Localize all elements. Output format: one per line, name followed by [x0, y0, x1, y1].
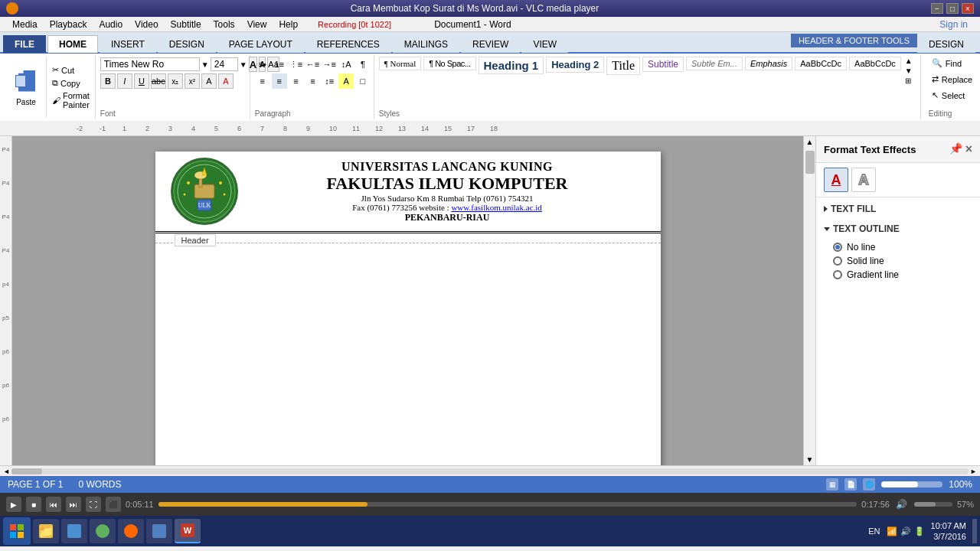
tray-datetime[interactable]: 10:07 AM 3/7/2016: [931, 520, 966, 543]
find-button[interactable]: 🔍 Find: [929, 57, 978, 70]
text-highlight-btn[interactable]: A: [201, 73, 217, 89]
justify-btn[interactable]: ≡: [305, 73, 320, 89]
vlc-next-btn[interactable]: ⏭: [66, 497, 81, 512]
menu-audio[interactable]: Audio: [93, 18, 129, 31]
tab-mailings[interactable]: MAILINGS: [393, 35, 459, 53]
menu-video[interactable]: Video: [129, 18, 164, 31]
tab-references[interactable]: REFERENCES: [305, 35, 391, 53]
scroll-right-btn[interactable]: ►: [970, 468, 977, 475]
styles-more[interactable]: ⊞: [905, 77, 917, 85]
style-emphasis[interactable]: Emphasis: [745, 57, 792, 70]
menu-help[interactable]: Help: [273, 18, 304, 31]
menu-tools[interactable]: Tools: [207, 18, 241, 31]
maximize-btn[interactable]: □: [946, 3, 959, 14]
scrollbar-horizontal[interactable]: ◄ ►: [0, 465, 980, 476]
decrease-indent-btn[interactable]: ←≡: [305, 57, 320, 72]
underline-button[interactable]: U: [134, 73, 149, 89]
subscript-button[interactable]: x₂: [168, 73, 183, 89]
tab-review[interactable]: REVIEW: [461, 35, 520, 53]
start-button[interactable]: [3, 517, 31, 545]
cut-button[interactable]: ✂ Cut: [50, 64, 92, 76]
styles-scroll-down[interactable]: ▼: [905, 67, 917, 75]
text-effect-icon-btn[interactable]: A: [851, 168, 876, 192]
bullets-btn[interactable]: ≡•: [255, 57, 270, 72]
scroll-right[interactable]: ▲ ▼: [803, 136, 815, 465]
vlc-ext-btn[interactable]: ⬛: [106, 497, 121, 512]
tray-icons[interactable]: 📶 🔊 🔋: [887, 527, 925, 536]
tab-view[interactable]: VIEW: [521, 35, 568, 53]
vlc-volume-icon[interactable]: 🔊: [894, 497, 910, 512]
text-fill-icon-btn[interactable]: A: [824, 168, 848, 192]
outline-gradient-line[interactable]: Gradient line: [833, 268, 963, 282]
document-page[interactable]: ULK UNIVERSITAS LANCANG KUNING FAKULTAS …: [155, 152, 661, 465]
replace-button[interactable]: ⇄ Replace: [929, 73, 978, 86]
format-panel-pin[interactable]: 📌: [949, 142, 962, 156]
strikethrough-button[interactable]: abc: [151, 73, 166, 89]
sign-in-btn[interactable]: Sign in: [933, 18, 974, 31]
style-no-spacing[interactable]: ¶ No Spac...: [423, 57, 475, 70]
view-normal-btn[interactable]: ▦: [826, 478, 838, 491]
multilevel-btn[interactable]: ⋮≡: [289, 57, 304, 72]
gradient-line-radio[interactable]: [833, 270, 842, 279]
close-btn[interactable]: ×: [962, 3, 974, 14]
scroll-thumb-h[interactable]: [11, 468, 42, 474]
style-heading2[interactable]: Heading 2: [546, 57, 604, 73]
font-size-dropdown-icon[interactable]: ▼: [240, 60, 247, 69]
align-right-btn[interactable]: ≡: [289, 73, 304, 89]
vlc-stop-btn[interactable]: ■: [26, 497, 41, 512]
font-color-btn[interactable]: A: [218, 73, 234, 89]
styles-scroll-up[interactable]: ▲: [905, 57, 917, 65]
style-extra1[interactable]: AaBbCcDc: [795, 57, 847, 70]
show-desktop-btn[interactable]: [972, 519, 977, 543]
taskbar-item-explorer[interactable]: 📁: [33, 519, 59, 543]
scroll-left-btn[interactable]: ◄: [3, 468, 10, 475]
italic-button[interactable]: I: [117, 73, 132, 89]
menu-playback[interactable]: Playback: [44, 18, 93, 31]
view-reading-btn[interactable]: 📄: [844, 478, 857, 491]
show-hide-btn[interactable]: ¶: [355, 57, 371, 72]
menu-media[interactable]: Media: [6, 18, 44, 31]
bold-button[interactable]: B: [100, 73, 116, 89]
style-extra2[interactable]: AaBbCcDc: [849, 57, 901, 70]
scroll-thumb[interactable]: [805, 151, 815, 174]
tab-design-hf[interactable]: DESIGN: [917, 35, 975, 53]
format-painter-button[interactable]: 🖌 Format Painter: [50, 90, 92, 110]
border-btn[interactable]: □: [355, 73, 371, 89]
vlc-progress-bar[interactable]: [158, 502, 858, 507]
scroll-up-btn[interactable]: ▲: [805, 136, 815, 148]
menu-subtitle[interactable]: Subtitle: [165, 18, 207, 31]
style-heading1[interactable]: Heading 1: [479, 57, 544, 74]
outline-solid-line[interactable]: Solid line: [833, 254, 963, 268]
text-outline-header[interactable]: TEXT OUTLINE: [824, 220, 972, 237]
vlc-play-btn[interactable]: ▶: [6, 497, 21, 512]
tab-design[interactable]: DESIGN: [158, 35, 216, 53]
shading-btn[interactable]: A: [338, 73, 354, 89]
view-web-btn[interactable]: 🌐: [863, 478, 875, 491]
format-panel-close[interactable]: ×: [965, 142, 972, 156]
select-button[interactable]: ↖ Select: [929, 89, 978, 102]
scroll-down-btn[interactable]: ▼: [805, 454, 815, 465]
minimize-btn[interactable]: −: [931, 3, 943, 14]
font-name-input[interactable]: [100, 57, 200, 71]
tab-page-layout[interactable]: PAGE LAYOUT: [217, 35, 304, 53]
tab-insert[interactable]: INSERT: [100, 35, 156, 53]
tab-file[interactable]: FILE: [3, 35, 46, 53]
taskbar-item-word[interactable]: W: [175, 519, 201, 543]
website-link[interactable]: www.fasilkom.unilak.ac.id: [451, 203, 541, 212]
taskbar-item-app2[interactable]: [61, 519, 87, 543]
vlc-fullscreen-btn[interactable]: ⛶: [86, 497, 101, 512]
superscript-button[interactable]: x²: [185, 73, 200, 89]
vlc-volume-slider[interactable]: [914, 502, 952, 507]
document-body[interactable]: [155, 243, 661, 465]
font-size-input[interactable]: [211, 57, 238, 71]
increase-indent-btn[interactable]: →≡: [322, 57, 337, 72]
taskbar-item-app3[interactable]: [90, 519, 116, 543]
align-left-btn[interactable]: ≡: [255, 73, 270, 89]
no-line-radio[interactable]: [833, 243, 842, 252]
outline-no-line[interactable]: No line: [833, 240, 963, 254]
line-spacing-btn[interactable]: ↕≡: [322, 73, 337, 89]
tab-home[interactable]: HOME: [47, 35, 98, 53]
scroll-track-h[interactable]: [11, 468, 969, 474]
paste-button[interactable]: Paste: [6, 57, 47, 118]
vlc-prev-btn[interactable]: ⏮: [46, 497, 61, 512]
